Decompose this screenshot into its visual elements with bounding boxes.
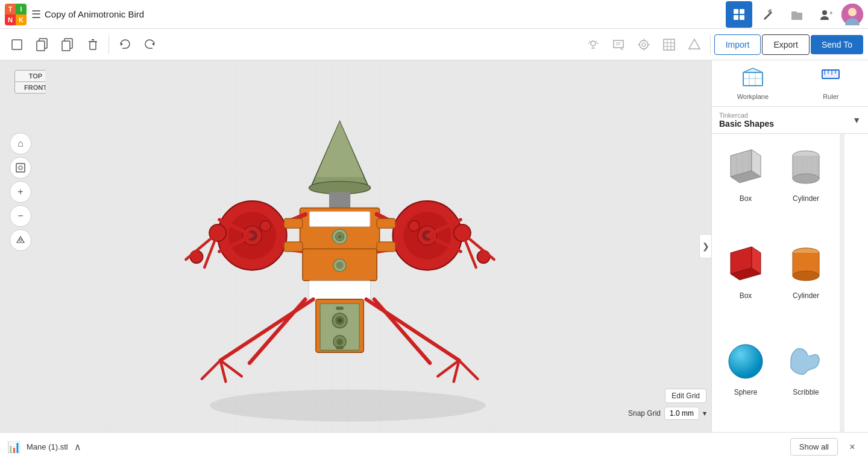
canvas-area[interactable]: TOP FRONT ⌂ + − (0, 60, 711, 432)
svg-rect-80 (309, 281, 371, 300)
workplane-button[interactable]: Workplane (737, 66, 769, 100)
scene-viewport[interactable] (0, 60, 711, 432)
new-button[interactable] (5, 33, 29, 57)
shape-cylinder-orange-label: Cylinder (793, 291, 819, 300)
svg-point-5 (822, 10, 827, 15)
notes-button[interactable] (606, 33, 631, 57)
view-button[interactable] (682, 33, 706, 57)
tinkercad-logo[interactable]: T I N K (5, 4, 27, 25)
shapes-grid: Box (712, 134, 840, 432)
svg-rect-41 (329, 192, 350, 208)
scribble-preview (782, 337, 830, 386)
shape-cylinder-gray[interactable]: Cylinder (777, 139, 835, 234)
shape-scribble[interactable]: Scribble (777, 332, 835, 427)
duplicate-button[interactable] (55, 33, 80, 57)
redo-button[interactable] (138, 33, 162, 57)
svg-rect-91 (336, 346, 343, 349)
logo-t: T (5, 4, 16, 14)
undo-button[interactable] (113, 33, 137, 57)
shape-box-gray[interactable]: Box (717, 139, 775, 234)
cylinder-orange-preview (782, 241, 830, 289)
box-red-preview (722, 241, 770, 289)
toolbar-right: Import Export Send To (581, 33, 863, 57)
snap-value-button[interactable]: 1.0 mm (664, 407, 699, 420)
svg-rect-14 (90, 42, 96, 49)
avatar[interactable] (841, 4, 863, 25)
svg-rect-13 (62, 41, 70, 51)
cylinder-gray-preview (782, 144, 830, 192)
svg-point-20 (640, 40, 648, 49)
category-text: Tinkercad Basic Shapes (719, 112, 774, 129)
folder-button[interactable] (784, 1, 810, 28)
panel-top-icons: Workplane Ruler (712, 60, 868, 107)
close-button[interactable]: × (844, 439, 861, 456)
file-name: Mane (1).stl (27, 442, 68, 451)
shape-sphere-label: Sphere (734, 388, 758, 396)
target-button[interactable] (632, 33, 656, 57)
light-button[interactable] (581, 33, 605, 57)
add-user-button[interactable]: + (813, 1, 839, 28)
svg-rect-2 (734, 15, 738, 20)
svg-rect-43 (309, 212, 370, 227)
shapes-category-dropdown[interactable]: Tinkercad Basic Shapes ▼ (712, 107, 868, 134)
edit-grid-button[interactable]: Edit Grid (665, 389, 706, 403)
svg-rect-102 (743, 72, 763, 86)
snap-chevron-icon[interactable]: ▾ (703, 409, 706, 418)
svg-point-21 (642, 43, 646, 46)
grid-view-button[interactable] (726, 1, 752, 28)
svg-point-82 (336, 262, 343, 269)
show-all-button[interactable]: Show all (790, 438, 838, 456)
svg-rect-70 (377, 218, 395, 228)
svg-point-19 (591, 41, 596, 46)
svg-rect-0 (734, 9, 738, 14)
svg-point-63 (260, 221, 271, 232)
workplane-label: Workplane (737, 93, 769, 100)
svg-point-89 (336, 339, 343, 345)
svg-point-8 (848, 8, 857, 16)
svg-point-87 (338, 319, 341, 322)
shape-cylinder-orange[interactable]: Cylinder (777, 236, 835, 331)
svg-rect-71 (377, 242, 395, 252)
toolbar-divider-1 (108, 35, 109, 54)
menu-icon[interactable]: ☰ (31, 8, 41, 21)
export-button[interactable]: Export (762, 34, 809, 55)
category-prefix: Tinkercad (719, 112, 774, 119)
svg-rect-26 (664, 39, 675, 50)
svg-point-124 (793, 174, 819, 183)
copy-button[interactable] (30, 33, 54, 57)
shape-box-gray-label: Box (740, 194, 752, 203)
sphere-blue-preview (722, 337, 770, 386)
svg-rect-11 (37, 41, 45, 51)
shape-sphere-blue[interactable]: Sphere (717, 332, 775, 427)
grid-button[interactable] (657, 33, 681, 57)
snap-grid-area: Snap Grid 1.0 mm ▾ (628, 407, 706, 420)
svg-point-78 (409, 221, 420, 232)
svg-point-60 (190, 250, 203, 263)
shape-scribble-label: Scribble (793, 388, 819, 396)
svg-rect-55 (284, 218, 303, 228)
dropdown-arrow-icon[interactable]: ▼ (852, 115, 861, 125)
svg-rect-1 (740, 9, 744, 14)
logo-n: N (5, 14, 16, 25)
right-panel: Workplane Ruler Tinker (711, 60, 868, 432)
shape-box-red[interactable]: Box (717, 236, 775, 331)
panel-collapse-handle[interactable]: ❯ (699, 234, 711, 258)
sendto-button[interactable]: Send To (811, 35, 863, 54)
toolbar: Import Export Send To (0, 29, 868, 60)
svg-marker-18 (152, 42, 154, 46)
svg-rect-9 (12, 40, 22, 49)
file-icon: 📊 (7, 440, 20, 454)
delete-button[interactable] (81, 33, 105, 57)
svg-rect-3 (740, 15, 744, 20)
ruler-button[interactable]: Ruler (819, 66, 843, 100)
svg-point-37 (210, 390, 486, 422)
expand-icon[interactable]: ∧ (74, 441, 81, 453)
svg-marker-17 (121, 42, 123, 46)
build-button[interactable] (755, 1, 781, 28)
project-title[interactable]: Copy of Animotronic Bird (45, 9, 144, 19)
svg-point-46 (338, 235, 341, 238)
panel-scrollbar[interactable] (840, 134, 844, 432)
import-button[interactable]: Import (714, 34, 761, 55)
shape-cylinder-gray-label: Cylinder (793, 194, 819, 203)
category-name: Basic Shapes (719, 119, 774, 129)
